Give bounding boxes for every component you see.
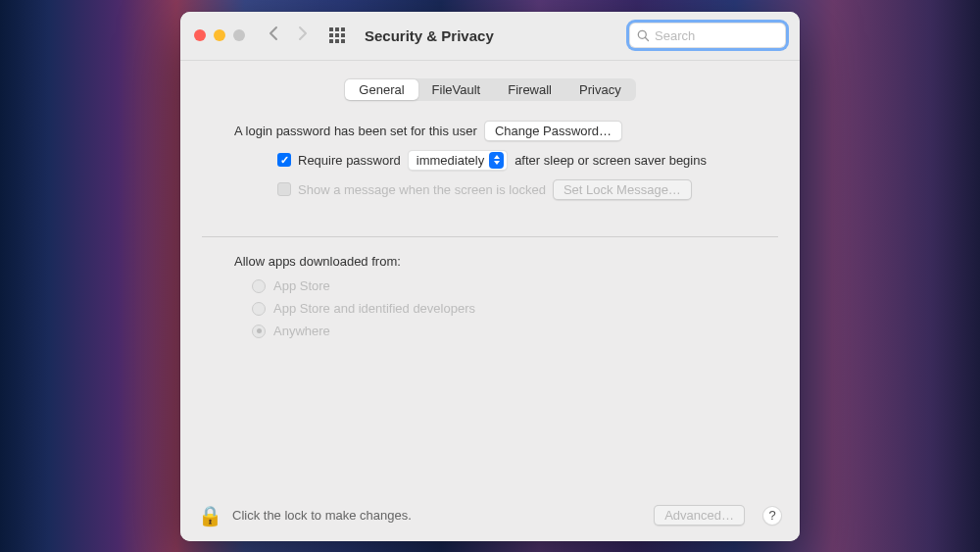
show-all-button[interactable]	[329, 27, 345, 43]
close-window-button[interactable]	[194, 29, 206, 41]
nav-arrows	[269, 25, 308, 46]
advanced-button[interactable]: Advanced…	[654, 505, 745, 526]
require-password-label: Require password	[298, 153, 401, 168]
window-title: Security & Privacy	[365, 27, 621, 44]
search-input[interactable]	[655, 28, 778, 43]
set-lock-message-button: Set Lock Message…	[553, 179, 692, 200]
lock-hint-text: Click the lock to make changes.	[232, 508, 644, 523]
help-button[interactable]: ?	[762, 506, 782, 526]
tab-filevault[interactable]: FileVault	[418, 79, 495, 100]
tab-general[interactable]: General	[345, 79, 417, 100]
allow-apps-section: Allow apps downloaded from: App Store Ap…	[180, 236, 800, 346]
preferences-window: Security & Privacy General FileVault Fir…	[180, 12, 800, 541]
require-password-delay-value: immediately	[416, 153, 484, 168]
radio-app-store-label: App Store	[273, 278, 330, 293]
radio-app-store	[252, 279, 266, 293]
search-icon	[637, 29, 650, 42]
traffic-lights	[194, 29, 245, 41]
radio-identified-developers-label: App Store and identified developers	[273, 301, 475, 316]
content-area: General FileVault Firewall Privacy A log…	[180, 61, 800, 541]
show-lock-message-label: Show a message when the screen is locked	[298, 182, 546, 197]
tab-privacy[interactable]: Privacy	[565, 79, 635, 100]
radio-anywhere-label: Anywhere	[273, 324, 330, 338]
radio-anywhere	[252, 325, 266, 338]
require-password-delay-select[interactable]: immediately	[408, 150, 508, 171]
tab-firewall[interactable]: Firewall	[494, 79, 565, 100]
svg-line-1	[645, 37, 648, 40]
require-password-suffix: after sleep or screen saver begins	[514, 153, 707, 168]
zoom-window-button[interactable]	[233, 29, 245, 41]
tab-bar: General FileVault Firewall Privacy	[344, 78, 635, 101]
search-field-container[interactable]	[629, 23, 786, 48]
change-password-button[interactable]: Change Password…	[484, 121, 622, 141]
login-password-text: A login password has been set for this u…	[234, 124, 477, 138]
require-password-checkbox[interactable]	[277, 153, 291, 167]
footer: 🔒 Click the lock to make changes. Advanc…	[180, 490, 800, 541]
minimize-window-button[interactable]	[214, 29, 225, 41]
login-password-section: A login password has been set for this u…	[180, 101, 800, 209]
titlebar: Security & Privacy	[180, 12, 800, 61]
show-lock-message-checkbox	[277, 182, 291, 196]
back-button[interactable]	[269, 25, 279, 46]
allow-apps-heading: Allow apps downloaded from:	[234, 254, 746, 269]
lock-icon[interactable]: 🔒	[198, 504, 222, 527]
radio-identified-developers	[252, 302, 266, 316]
forward-button[interactable]	[297, 25, 308, 46]
select-arrows-icon	[489, 152, 504, 169]
